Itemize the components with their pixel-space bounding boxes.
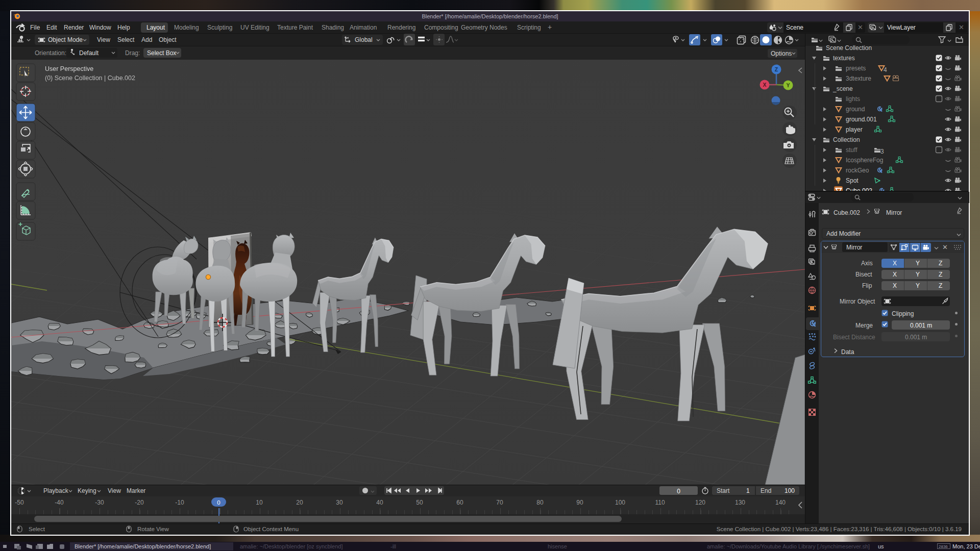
svg-text:Y: Y bbox=[786, 82, 790, 88]
svg-text:User Perspective: User Perspective bbox=[45, 65, 93, 72]
svg-text:(0) Scene Collection | Cube.00: (0) Scene Collection | Cube.002 bbox=[45, 74, 135, 82]
svg-text:Z: Z bbox=[775, 66, 778, 72]
svg-text:X: X bbox=[763, 82, 766, 88]
